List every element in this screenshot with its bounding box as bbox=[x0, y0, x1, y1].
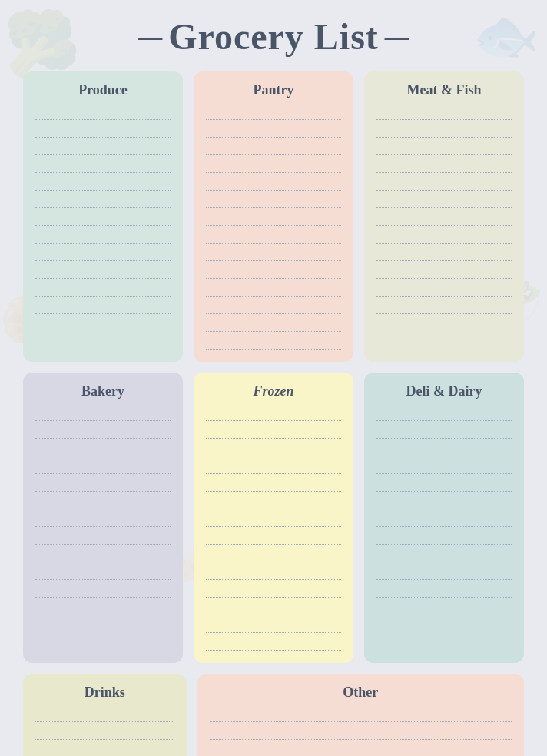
card-deli-dairy: Deli & Dairy bbox=[364, 373, 524, 663]
line[interactable] bbox=[376, 108, 512, 120]
line[interactable] bbox=[206, 143, 341, 155]
line[interactable] bbox=[35, 231, 171, 244]
line[interactable] bbox=[376, 568, 512, 580]
line[interactable] bbox=[35, 444, 171, 456]
line[interactable] bbox=[35, 426, 171, 439]
line[interactable] bbox=[206, 568, 341, 580]
card-meat-fish: Meat & Fish bbox=[364, 71, 524, 362]
line[interactable] bbox=[35, 284, 171, 297]
line[interactable] bbox=[35, 178, 171, 191]
line[interactable] bbox=[35, 409, 171, 421]
deli-lines bbox=[376, 409, 512, 615]
line[interactable] bbox=[206, 267, 341, 279]
other-lines bbox=[210, 710, 512, 756]
line[interactable] bbox=[206, 638, 341, 651]
card-pantry: Pantry bbox=[194, 71, 353, 362]
line[interactable] bbox=[35, 479, 171, 492]
line[interactable] bbox=[206, 479, 341, 492]
line[interactable] bbox=[35, 143, 171, 155]
line[interactable] bbox=[376, 178, 512, 191]
line[interactable] bbox=[206, 409, 341, 421]
top-grid: Produce Pantry bbox=[23, 71, 524, 362]
line[interactable] bbox=[206, 426, 341, 439]
line[interactable] bbox=[206, 550, 341, 562]
line[interactable] bbox=[35, 585, 171, 598]
line[interactable] bbox=[210, 710, 512, 722]
line[interactable] bbox=[206, 108, 341, 120]
line[interactable] bbox=[35, 532, 171, 545]
line[interactable] bbox=[376, 444, 512, 456]
title-row: — Grocery List — bbox=[23, 15, 524, 58]
line[interactable] bbox=[376, 284, 512, 297]
line[interactable] bbox=[35, 550, 171, 562]
line[interactable] bbox=[376, 267, 512, 279]
line[interactable] bbox=[210, 745, 512, 756]
line[interactable] bbox=[206, 462, 341, 474]
line[interactable] bbox=[206, 603, 341, 615]
card-other: Other bbox=[197, 674, 524, 756]
line[interactable] bbox=[376, 409, 512, 421]
line[interactable] bbox=[206, 161, 341, 173]
line[interactable] bbox=[206, 178, 341, 191]
card-drinks-title: Drinks bbox=[35, 685, 174, 701]
line[interactable] bbox=[35, 302, 171, 314]
line[interactable] bbox=[376, 603, 512, 615]
pantry-lines bbox=[206, 108, 341, 350]
line[interactable] bbox=[376, 532, 512, 545]
line[interactable] bbox=[376, 497, 512, 509]
card-deli-title: Deli & Dairy bbox=[376, 383, 512, 400]
line[interactable] bbox=[376, 585, 512, 598]
line[interactable] bbox=[35, 515, 171, 527]
line[interactable] bbox=[376, 515, 512, 527]
line[interactable] bbox=[376, 196, 512, 208]
line[interactable] bbox=[35, 214, 171, 226]
line[interactable] bbox=[376, 302, 512, 314]
line[interactable] bbox=[376, 231, 512, 244]
line[interactable] bbox=[206, 214, 341, 226]
line[interactable] bbox=[206, 515, 341, 527]
line[interactable] bbox=[376, 143, 512, 155]
card-bakery-title: Bakery bbox=[35, 383, 171, 400]
line[interactable] bbox=[206, 249, 341, 261]
line[interactable] bbox=[35, 267, 171, 279]
drinks-lines bbox=[35, 710, 174, 756]
meat-lines bbox=[376, 108, 512, 314]
line[interactable] bbox=[376, 462, 512, 474]
line[interactable] bbox=[35, 728, 174, 740]
line[interactable] bbox=[35, 497, 171, 509]
line[interactable] bbox=[206, 320, 341, 332]
line[interactable] bbox=[376, 161, 512, 173]
line[interactable] bbox=[35, 249, 171, 261]
line[interactable] bbox=[206, 497, 341, 509]
card-frozen-title: Frozen bbox=[206, 383, 341, 400]
line[interactable] bbox=[206, 621, 341, 633]
line[interactable] bbox=[376, 125, 512, 138]
line[interactable] bbox=[206, 444, 341, 456]
line[interactable] bbox=[206, 532, 341, 545]
card-frozen: Frozen bbox=[194, 373, 353, 663]
line[interactable] bbox=[206, 337, 341, 350]
line[interactable] bbox=[376, 249, 512, 261]
line[interactable] bbox=[35, 108, 171, 120]
line[interactable] bbox=[35, 161, 171, 173]
line[interactable] bbox=[376, 479, 512, 492]
line[interactable] bbox=[206, 284, 341, 297]
middle-grid: Bakery Frozen bbox=[23, 373, 524, 663]
line[interactable] bbox=[376, 426, 512, 439]
line[interactable] bbox=[35, 125, 171, 138]
line[interactable] bbox=[35, 568, 171, 580]
line[interactable] bbox=[35, 710, 174, 722]
line[interactable] bbox=[206, 196, 341, 208]
line[interactable] bbox=[376, 214, 512, 226]
line[interactable] bbox=[206, 585, 341, 598]
line[interactable] bbox=[35, 196, 171, 208]
line[interactable] bbox=[210, 728, 512, 740]
line[interactable] bbox=[35, 462, 171, 474]
line[interactable] bbox=[35, 603, 171, 615]
line[interactable] bbox=[206, 125, 341, 138]
line[interactable] bbox=[206, 302, 341, 314]
line[interactable] bbox=[35, 745, 174, 756]
line[interactable] bbox=[206, 231, 341, 244]
line[interactable] bbox=[376, 550, 512, 562]
produce-lines bbox=[35, 108, 171, 314]
